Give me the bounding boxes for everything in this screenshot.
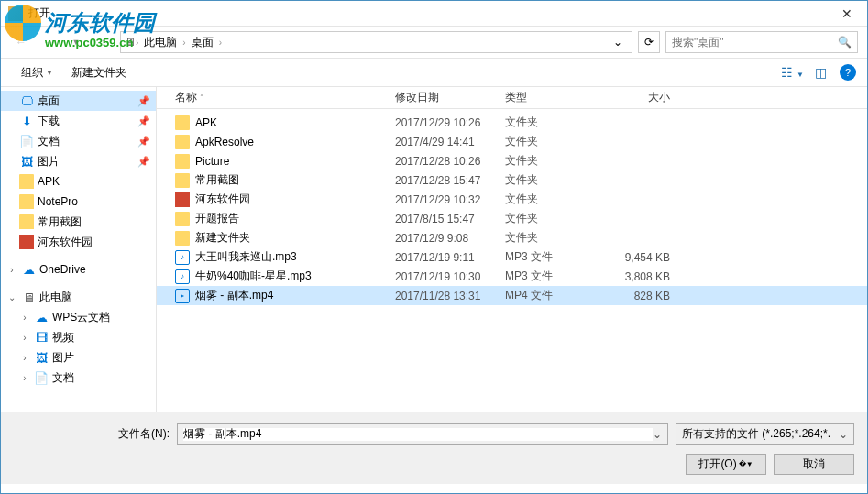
pin-icon: 📌 [137, 115, 150, 127]
window-title: 打开 [28, 5, 826, 21]
breadcrumb-seg-1[interactable]: 桌面 [186, 35, 219, 50]
search-box[interactable]: 🔍 [665, 31, 858, 53]
pin-icon: 📌 [137, 156, 150, 168]
file-row-6[interactable]: 新建文件夹2017/12/9 9:08文件夹 [157, 228, 867, 247]
sidebar-thispc[interactable]: ⌄🖥此电脑 [1, 287, 156, 307]
file-type: 文件夹 [505, 172, 597, 188]
sidebar-item-2[interactable]: 📄文档📌 [1, 131, 156, 151]
file-icon: ♪ [175, 250, 190, 265]
refresh-button[interactable]: ⟳ [638, 31, 660, 53]
cancel-button[interactable]: 取消 [774, 454, 854, 475]
column-headers: 名称˄ 修改日期 类型 大小 [157, 87, 867, 109]
main-area: 🖵桌面📌⬇下载📌📄文档📌🖼图片📌APKNotePro常用截图河东软件园›☁One… [1, 87, 867, 412]
video-icon: 🎞 [34, 330, 49, 345]
file-row-4[interactable]: 河东软件园2017/12/29 10:32文件夹 [157, 190, 867, 209]
file-type: MP3 文件 [505, 249, 597, 265]
forward-button[interactable]: → [38, 31, 60, 53]
file-row-7[interactable]: ♪大王叫我来巡山.mp32017/12/19 9:11MP3 文件9,454 K… [157, 247, 867, 267]
file-row-9[interactable]: ▸烟雾 - 副本.mp42017/11/28 13:31MP4 文件828 KB [157, 286, 867, 305]
folder-icon [19, 214, 34, 229]
pin-icon: 📌 [137, 95, 150, 107]
filename-dropdown[interactable]: ⌄ [653, 428, 662, 441]
file-type: 文件夹 [505, 192, 597, 207]
recent-dropdown[interactable]: ▼ [65, 31, 87, 53]
newfolder-button[interactable]: 新建文件夹 [62, 61, 136, 84]
file-date: 2017/12/19 9:11 [395, 251, 505, 264]
sidebar-item-3[interactable]: 🖼图片📌 [1, 151, 156, 171]
file-row-0[interactable]: APK2017/12/29 10:26文件夹 [157, 113, 867, 132]
file-date: 2017/12/28 10:26 [395, 155, 505, 168]
organize-button[interactable]: 组织▼ [12, 61, 62, 84]
file-date: 2017/12/9 9:08 [395, 232, 505, 245]
file-icon [175, 154, 190, 169]
file-icon [175, 192, 190, 207]
breadcrumb[interactable]: 🖥 › 此电脑 › 桌面 › ⌄ [120, 31, 632, 53]
expand-icon[interactable]: › [19, 313, 30, 323]
file-type: 文件夹 [505, 230, 597, 246]
file-icon: ♪ [175, 269, 190, 284]
file-name: 开题报告 [195, 211, 395, 226]
sidebar-pc-child-1[interactable]: ›🎞视频 [1, 327, 156, 347]
file-date: 2017/4/29 14:41 [395, 136, 505, 148]
sidebar-item-1[interactable]: ⬇下载📌 [1, 111, 156, 131]
footer: 文件名(N): ⌄ 所有支持的文件 (*.265;*.264;*. ⌄ 打开(O… [1, 412, 867, 484]
filetype-select[interactable]: 所有支持的文件 (*.265;*.264;*. ⌄ [676, 423, 854, 445]
file-name: ApkResolve [195, 136, 395, 148]
file-row-3[interactable]: 常用截图2017/12/28 15:47文件夹 [157, 170, 867, 190]
expand-icon[interactable]: › [19, 353, 30, 363]
file-row-5[interactable]: 开题报告2017/8/15 15:47文件夹 [157, 209, 867, 228]
file-size: 9,454 KB [597, 251, 679, 264]
breadcrumb-dropdown[interactable]: ⌄ [608, 36, 628, 49]
file-name: APK [195, 116, 395, 129]
col-type[interactable]: 类型 [505, 90, 597, 105]
file-row-1[interactable]: ApkResolve2017/4/29 14:41文件夹 [157, 132, 867, 151]
view-mode-button[interactable]: ☷ ▼ [775, 63, 809, 82]
file-size: 828 KB [597, 290, 679, 302]
col-date[interactable]: 修改日期 [395, 90, 505, 105]
close-button[interactable]: ✕ [826, 1, 867, 27]
sidebar-pc-child-3[interactable]: ›📄文档 [1, 368, 156, 388]
file-type: MP4 文件 [505, 288, 597, 303]
file-row-8[interactable]: ♪牛奶%40咖啡-星星.mp32017/12/19 10:30MP3 文件3,8… [157, 267, 867, 286]
expand-icon[interactable]: › [6, 265, 17, 275]
search-icon[interactable]: 🔍 [838, 36, 852, 49]
file-date: 2017/8/15 15:47 [395, 213, 505, 225]
doc-icon: 📄 [19, 134, 34, 148]
sidebar-item-5[interactable]: NotePro [1, 192, 156, 212]
file-rows: APK2017/12/29 10:26文件夹ApkResolve2017/4/2… [157, 109, 867, 412]
cloud-icon: ☁ [21, 262, 36, 277]
sidebar: 🖵桌面📌⬇下载📌📄文档📌🖼图片📌APKNotePro常用截图河东软件园›☁One… [1, 87, 157, 412]
open-button[interactable]: 打开(O)�▼ [686, 454, 766, 475]
breadcrumb-seg-0[interactable]: 此电脑 [138, 35, 182, 50]
expand-icon[interactable]: › [19, 373, 30, 383]
file-name: Picture [195, 155, 395, 168]
preview-button[interactable]: ◫ [809, 63, 832, 82]
folder-icon [19, 174, 34, 189]
app-icon [8, 6, 23, 21]
col-name[interactable]: 名称˄ [175, 90, 395, 105]
up-button[interactable]: ↑ [93, 31, 115, 53]
file-name: 河东软件园 [195, 192, 395, 207]
collapse-icon[interactable]: ⌄ [6, 292, 17, 302]
pic-icon: 🖼 [19, 154, 34, 169]
filetype-dropdown-icon: ⌄ [839, 428, 848, 441]
help-button[interactable]: ? [840, 64, 856, 81]
doc-icon: 📄 [34, 370, 49, 385]
sidebar-item-7[interactable]: 河东软件园 [1, 232, 156, 252]
filename-input[interactable] [183, 428, 653, 441]
sidebar-pc-child-2[interactable]: ›🖼图片 [1, 347, 156, 368]
filename-input-wrap[interactable]: ⌄ [177, 423, 668, 445]
file-row-2[interactable]: Picture2017/12/28 10:26文件夹 [157, 151, 867, 170]
pc-icon: 🖥 [21, 290, 36, 304]
sidebar-item-6[interactable]: 常用截图 [1, 212, 156, 232]
expand-icon[interactable]: › [19, 333, 30, 343]
sidebar-onedrive[interactable]: ›☁OneDrive [1, 259, 156, 280]
back-button[interactable]: ← [10, 31, 32, 53]
cloud-icon: ☁ [34, 310, 49, 324]
search-input[interactable] [672, 36, 838, 49]
file-date: 2017/12/19 10:30 [395, 270, 505, 283]
sidebar-item-4[interactable]: APK [1, 171, 156, 192]
col-size[interactable]: 大小 [597, 90, 679, 105]
sidebar-pc-child-0[interactable]: ›☁WPS云文档 [1, 307, 156, 327]
sidebar-item-0[interactable]: 🖵桌面📌 [1, 91, 156, 111]
